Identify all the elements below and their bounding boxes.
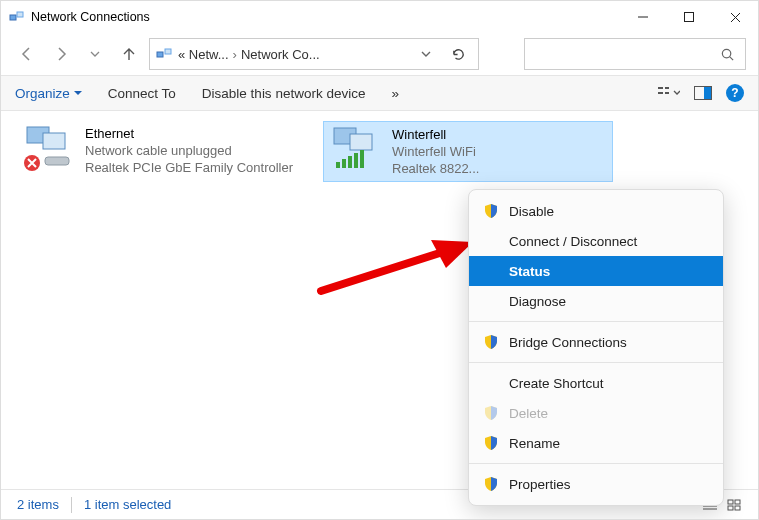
svg-rect-6: [157, 52, 163, 57]
ctx-disable[interactable]: Disable: [469, 196, 723, 226]
svg-rect-25: [354, 153, 358, 168]
toolbar-overflow[interactable]: »: [391, 86, 399, 101]
shield-icon: [483, 435, 499, 451]
adapter-ethernet[interactable]: Ethernet Network cable unplugged Realtek…: [17, 121, 307, 180]
recent-dropdown[interactable]: [81, 40, 109, 68]
ctx-separator: [469, 362, 723, 363]
ctx-separator: [469, 321, 723, 322]
svg-rect-3: [685, 13, 694, 22]
back-button[interactable]: [13, 40, 41, 68]
ctx-status[interactable]: Status: [469, 256, 723, 286]
shield-icon: [483, 476, 499, 492]
svg-rect-13: [665, 92, 669, 94]
ctx-bridge[interactable]: Bridge Connections: [469, 327, 723, 357]
adapter-wifi[interactable]: Winterfell Winterfell WiFi Realtek 8822.…: [323, 121, 613, 182]
adapter-name: Winterfell: [392, 126, 479, 143]
titlebar: Network Connections: [1, 1, 758, 33]
svg-line-9: [730, 56, 733, 59]
app-icon: [9, 9, 25, 25]
forward-button[interactable]: [47, 40, 75, 68]
status-item-count: 2 items: [17, 497, 59, 512]
ctx-separator: [469, 463, 723, 464]
status-divider: [71, 497, 72, 513]
adapter-label: Ethernet Network cable unplugged Realtek…: [85, 125, 293, 176]
search-input[interactable]: [524, 38, 746, 70]
svg-rect-21: [350, 134, 372, 150]
ctx-create-shortcut[interactable]: Create Shortcut: [469, 368, 723, 398]
breadcrumb-root[interactable]: « Netw...: [178, 47, 229, 62]
wifi-icon: [328, 126, 382, 172]
svg-rect-19: [45, 157, 69, 165]
svg-rect-17: [43, 133, 65, 149]
breadcrumb-leaf[interactable]: Network Co...: [241, 47, 320, 62]
svg-rect-0: [10, 15, 16, 20]
svg-rect-11: [658, 92, 663, 94]
command-bar: Organize Connect To Disable this network…: [1, 75, 758, 111]
window-title: Network Connections: [31, 10, 150, 24]
svg-point-8: [722, 49, 730, 57]
address-dropdown[interactable]: [412, 40, 440, 68]
svg-rect-26: [360, 150, 364, 168]
svg-rect-12: [665, 87, 669, 89]
up-button[interactable]: [115, 40, 143, 68]
adapter-name: Ethernet: [85, 125, 293, 142]
ctx-rename[interactable]: Rename: [469, 428, 723, 458]
svg-rect-33: [728, 500, 733, 504]
address-bar[interactable]: « Netw... › Network Co...: [149, 38, 479, 70]
ctx-properties[interactable]: Properties: [469, 469, 723, 499]
minimize-button[interactable]: [620, 1, 666, 33]
adapter-ssid: Winterfell WiFi: [392, 143, 479, 160]
location-icon: [156, 46, 174, 62]
svg-rect-10: [658, 87, 663, 89]
svg-rect-22: [336, 162, 340, 168]
annotation-arrow: [316, 236, 476, 296]
svg-rect-24: [348, 156, 352, 168]
view-options-button[interactable]: [658, 85, 680, 101]
maximize-button[interactable]: [666, 1, 712, 33]
ethernet-icon: [21, 125, 75, 171]
ctx-delete: Delete: [469, 398, 723, 428]
adapter-device: Realtek PCIe GbE Family Controller: [85, 159, 293, 176]
organize-menu[interactable]: Organize: [15, 86, 82, 101]
shield-icon: [483, 334, 499, 350]
adapter-device: Realtek 8822...: [392, 160, 479, 177]
svg-rect-15: [704, 87, 711, 99]
adapter-label: Winterfell Winterfell WiFi Realtek 8822.…: [392, 126, 479, 177]
search-icon: [720, 47, 735, 62]
nav-row: « Netw... › Network Co...: [1, 33, 758, 75]
context-menu: Disable Connect / Disconnect Status Diag…: [468, 189, 724, 506]
svg-line-27: [321, 251, 446, 291]
adapter-status: Network cable unplugged: [85, 142, 293, 159]
ctx-connect-disconnect[interactable]: Connect / Disconnect: [469, 226, 723, 256]
close-button[interactable]: [712, 1, 758, 33]
help-icon[interactable]: ?: [726, 84, 744, 102]
svg-rect-35: [728, 506, 733, 510]
preview-pane-button[interactable]: [694, 86, 712, 100]
svg-rect-23: [342, 159, 346, 168]
refresh-button[interactable]: [444, 40, 472, 68]
status-selected: 1 item selected: [84, 497, 171, 512]
svg-rect-36: [735, 506, 740, 510]
shield-icon: [483, 203, 499, 219]
large-icons-view-button[interactable]: [726, 497, 742, 513]
svg-rect-34: [735, 500, 740, 504]
disable-device-button[interactable]: Disable this network device: [202, 86, 366, 101]
ctx-diagnose[interactable]: Diagnose: [469, 286, 723, 316]
breadcrumb-sep: ›: [233, 47, 237, 62]
connect-to-button[interactable]: Connect To: [108, 86, 176, 101]
svg-rect-1: [17, 12, 23, 17]
shield-icon: [483, 405, 499, 421]
svg-rect-7: [165, 49, 171, 54]
